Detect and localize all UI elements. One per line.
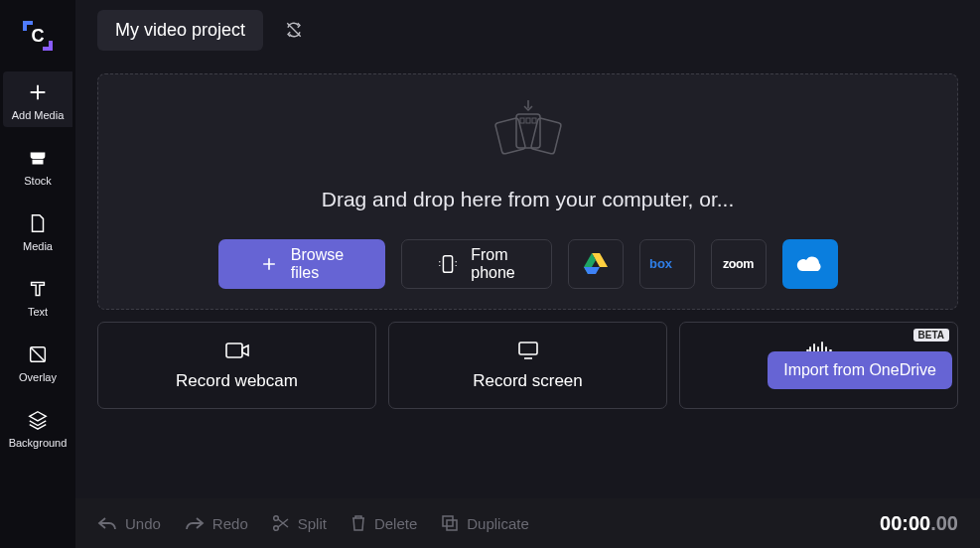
svg-text:box: box — [649, 256, 673, 271]
dropzone-prompt: Drag and drop here from your computer, o… — [322, 188, 735, 211]
text-icon — [27, 278, 49, 300]
nav-overlay[interactable]: Overlay — [3, 334, 72, 389]
svg-text:C: C — [32, 26, 45, 46]
phone-line1: From — [471, 246, 515, 264]
time-main: 00:00 — [880, 512, 930, 534]
layers-icon — [27, 409, 49, 431]
import-buttons: Browse files From phone — [218, 239, 838, 289]
cloud-icon — [796, 255, 824, 273]
main: My video project Drag and drop here from… — [75, 0, 980, 548]
media-cards-icon — [479, 98, 578, 168]
beta-badge: BETA — [913, 329, 949, 342]
nav-label: Background — [9, 437, 68, 449]
delete-button[interactable]: Delete — [350, 514, 417, 532]
onedrive-button[interactable] — [782, 239, 838, 289]
nav-text[interactable]: Text — [3, 268, 72, 324]
record-screen-button[interactable]: Record screen — [388, 322, 667, 409]
webcam-icon — [224, 340, 250, 361]
svg-rect-14 — [443, 516, 453, 526]
plus-icon — [259, 254, 279, 274]
undo-label: Undo — [125, 515, 161, 532]
record-webcam-button[interactable]: Record webcam — [97, 322, 376, 409]
app-logo: C — [20, 18, 56, 54]
nav-label: Add Media — [12, 109, 65, 121]
svg-rect-10 — [226, 343, 242, 357]
duplicate-label: Duplicate — [467, 515, 529, 532]
sync-off-icon[interactable] — [285, 21, 303, 39]
nav-label: Overlay — [19, 371, 57, 383]
undo-icon — [97, 515, 117, 531]
svg-rect-11 — [519, 342, 537, 354]
onedrive-tooltip: Import from OneDrive — [768, 351, 952, 389]
zoom-button[interactable]: zoom — [711, 239, 767, 289]
svg-rect-8 — [444, 256, 453, 273]
bottombar: Undo Redo Split Delete Duplicate 00:00.0… — [75, 498, 980, 548]
delete-label: Delete — [374, 515, 417, 532]
redo-label: Redo — [212, 515, 248, 532]
svg-rect-5 — [526, 118, 530, 123]
nav-media[interactable]: Media — [3, 203, 72, 258]
file-icon — [27, 212, 49, 234]
nav-label: Stock — [24, 175, 52, 187]
project-tab[interactable]: My video project — [97, 10, 263, 51]
nav-label: Media — [23, 240, 53, 252]
duplicate-icon — [441, 514, 459, 532]
dropzone[interactable]: Drag and drop here from your computer, o… — [97, 73, 958, 310]
browse-line1: Browse — [291, 246, 344, 264]
redo-button[interactable]: Redo — [185, 515, 248, 532]
duplicate-button[interactable]: Duplicate — [441, 514, 529, 532]
redo-icon — [185, 515, 205, 531]
overlay-icon — [27, 343, 49, 365]
phone-line2: phone — [471, 264, 515, 282]
zoom-icon: zoom — [723, 257, 754, 271]
nav-label: Text — [28, 306, 48, 318]
nav-background[interactable]: Background — [3, 399, 72, 455]
browse-files-button[interactable]: Browse files — [218, 239, 385, 289]
nav-stock[interactable]: Stock — [3, 137, 72, 193]
split-button[interactable]: Split — [272, 514, 327, 532]
topbar: My video project — [75, 0, 980, 60]
scissors-icon — [272, 514, 290, 532]
content: Drag and drop here from your computer, o… — [75, 60, 980, 498]
sidebar: C Add Media Stock Media Text Overlay Bac… — [0, 0, 75, 548]
split-label: Split — [298, 515, 327, 532]
store-icon — [27, 147, 49, 169]
record-screen-label: Record screen — [473, 371, 583, 391]
timecode: 00:00.00 — [880, 512, 958, 535]
svg-rect-4 — [520, 118, 524, 123]
svg-rect-15 — [447, 520, 457, 530]
phone-vibrate-icon — [437, 253, 459, 275]
time-frac: .00 — [930, 512, 958, 534]
box-button[interactable]: box — [639, 239, 695, 289]
record-webcam-label: Record webcam — [176, 371, 298, 391]
tooltip-text: Import from OneDrive — [783, 361, 936, 378]
from-phone-button[interactable]: From phone — [401, 239, 552, 289]
trash-icon — [350, 514, 366, 532]
plus-icon — [27, 81, 49, 103]
monitor-icon — [516, 340, 540, 361]
google-drive-icon — [584, 253, 608, 275]
box-icon: box — [649, 255, 685, 273]
google-drive-button[interactable] — [568, 239, 624, 289]
svg-rect-6 — [532, 118, 536, 123]
project-title: My video project — [115, 20, 245, 41]
nav-add-media[interactable]: Add Media — [3, 71, 72, 127]
undo-button[interactable]: Undo — [97, 515, 161, 532]
browse-line2: files — [291, 264, 344, 282]
